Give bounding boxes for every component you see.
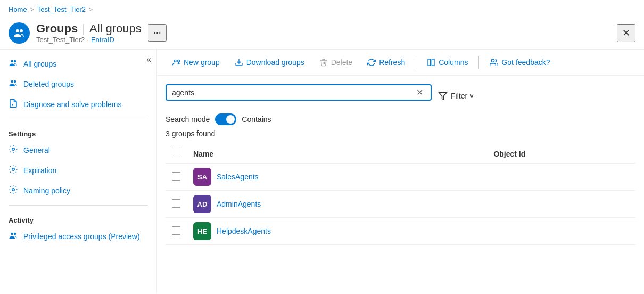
row-object-id-cell: [487, 164, 635, 191]
got-feedback-label: Got feedback?: [501, 58, 550, 67]
filter-section: Filter ∨: [438, 91, 474, 101]
svg-rect-15: [432, 59, 435, 66]
settings-section-title: Settings: [0, 124, 156, 140]
filter-chevron: ∨: [469, 92, 474, 100]
breadcrumb: Home > Test_Test_Tier2 >: [0, 0, 644, 19]
search-mode-toggle[interactable]: [215, 113, 236, 125]
diagnose-icon: [9, 99, 18, 110]
sidebar-item-privileged-access[interactable]: Privileged access groups (Preview): [0, 226, 156, 247]
group-avatar: AD: [193, 195, 211, 213]
row-name-cell: AD AdminAgents: [187, 191, 487, 218]
svg-point-6: [12, 148, 15, 151]
toolbar-divider-2: [478, 56, 479, 69]
svg-point-12: [178, 60, 180, 62]
close-button[interactable]: ✕: [617, 24, 635, 42]
columns-icon: [427, 58, 435, 67]
results-count: 3 groups found: [166, 129, 635, 138]
got-feedback-button[interactable]: Got feedback?: [483, 55, 556, 70]
download-groups-label: Download groups: [246, 58, 304, 67]
filter-icon: [438, 91, 448, 101]
columns-button[interactable]: Columns: [420, 55, 474, 70]
sidebar-label-diagnose: Diagnose and solve problems: [23, 100, 121, 109]
breadcrumb-home[interactable]: Home: [9, 5, 27, 13]
org-sep: ·: [87, 36, 89, 44]
groups-icon: [9, 22, 30, 44]
filter-button[interactable]: Filter ∨: [451, 92, 474, 100]
svg-point-4: [11, 80, 14, 83]
group-name-link[interactable]: AdminAgents: [217, 200, 261, 208]
search-mode-label: Search mode: [166, 115, 210, 124]
toolbar-divider-1: [416, 56, 416, 69]
row-checkbox-cell: [166, 218, 187, 245]
filter-label: Filter: [451, 92, 467, 100]
row-checkbox[interactable]: [172, 199, 180, 208]
sidebar-label-naming-policy: Naming policy: [23, 186, 70, 195]
group-name-link[interactable]: SalesAgents: [217, 173, 259, 181]
new-group-button[interactable]: New group: [166, 55, 226, 70]
delete-icon: [319, 58, 328, 67]
svg-point-9: [11, 233, 14, 235]
all-groups-icon: [9, 58, 18, 70]
svg-marker-17: [439, 92, 447, 100]
main-layout: « All groups Deleted groups Diagnose and…: [0, 50, 644, 293]
row-checkbox[interactable]: [172, 226, 180, 235]
clear-search-button[interactable]: ✕: [414, 87, 425, 97]
row-object-id-cell: [487, 191, 635, 218]
group-name-link[interactable]: HelpdeskAgents: [217, 227, 271, 235]
more-options-button[interactable]: ···: [148, 24, 167, 42]
sidebar-label-privileged-access: Privileged access groups (Preview): [23, 232, 140, 241]
svg-point-8: [12, 189, 15, 191]
row-checkbox[interactable]: [172, 172, 180, 181]
table-row: SA SalesAgents: [166, 164, 635, 191]
sidebar-item-naming-policy[interactable]: Naming policy: [0, 181, 156, 201]
name-cell: SA SalesAgents: [193, 168, 481, 186]
sidebar-item-diagnose[interactable]: Diagnose and solve problems: [0, 94, 156, 115]
naming-policy-icon: [9, 185, 18, 197]
svg-point-10: [14, 233, 16, 235]
download-icon: [235, 58, 243, 67]
sidebar-item-general[interactable]: General: [0, 140, 156, 160]
main-content: New group Download groups Delete Refresh…: [157, 50, 644, 293]
name-cell: AD AdminAgents: [193, 195, 481, 213]
object-id-column-header: Object Id: [487, 144, 635, 164]
general-icon: [9, 144, 18, 156]
svg-point-3: [14, 60, 16, 63]
refresh-icon: [367, 58, 376, 67]
settings-divider: [9, 119, 148, 119]
row-checkbox-cell: [166, 164, 187, 191]
sidebar-item-all-groups[interactable]: All groups: [0, 54, 156, 74]
group-avatar: SA: [193, 168, 211, 186]
row-name-cell: HE HelpdeskAgents: [187, 218, 487, 245]
sidebar-label-general: General: [23, 146, 50, 154]
collapse-sidebar-button[interactable]: «: [141, 52, 156, 68]
svg-point-11: [174, 60, 176, 62]
sidebar-item-deleted-groups[interactable]: Deleted groups: [0, 74, 156, 94]
toolbar: New group Download groups Delete Refresh…: [157, 50, 644, 76]
search-bar: ✕: [166, 84, 432, 101]
breadcrumb-sep1: >: [30, 6, 34, 13]
download-groups-button[interactable]: Download groups: [228, 55, 311, 70]
sidebar-item-expiration[interactable]: Expiration: [0, 160, 156, 181]
svg-point-2: [11, 60, 14, 63]
search-input[interactable]: [172, 88, 414, 97]
select-all-checkbox[interactable]: [172, 149, 180, 157]
delete-label: Delete: [331, 58, 352, 67]
delete-button[interactable]: Delete: [313, 55, 359, 70]
sidebar-label-expiration: Expiration: [23, 166, 56, 175]
svg-point-16: [492, 59, 494, 62]
tenant-name: EntraID: [91, 36, 114, 44]
title-separator: |: [82, 22, 85, 36]
page-subtitle: All groups: [89, 22, 142, 36]
svg-point-1: [20, 29, 23, 32]
page-title: Groups: [36, 22, 78, 36]
svg-point-7: [12, 168, 15, 171]
header: Groups | All groups Test_Test_Tier2 · En…: [0, 19, 644, 50]
breadcrumb-item1[interactable]: Test_Test_Tier2: [37, 5, 86, 13]
refresh-button[interactable]: Refresh: [361, 55, 411, 70]
name-column-header: Name: [187, 144, 487, 164]
expiration-icon: [9, 165, 18, 176]
new-group-icon: [172, 58, 180, 67]
row-name-cell: SA SalesAgents: [187, 164, 487, 191]
search-mode-row: Search mode Contains: [166, 113, 635, 125]
header-title-block: Groups | All groups Test_Test_Tier2 · En…: [36, 22, 142, 44]
